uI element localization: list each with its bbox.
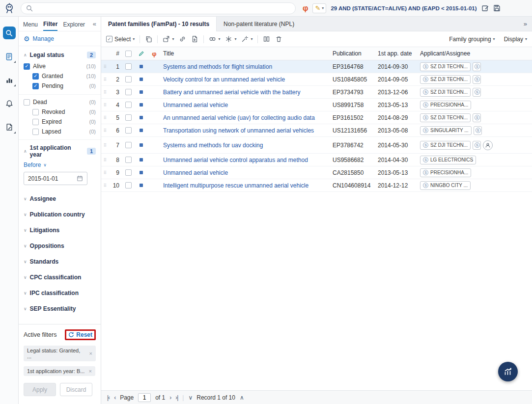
patent-title-link[interactable]: Battery and unmanned aerial vehicle with…: [163, 89, 301, 96]
checkbox-icon[interactable]: [32, 119, 39, 125]
next-record-icon[interactable]: ∧: [240, 394, 244, 401]
section-first-app-year[interactable]: ∧ 1st application year 1: [19, 139, 101, 161]
row-checkbox[interactable]: [125, 89, 132, 95]
edit-query-icon[interactable]: [481, 4, 489, 12]
result-row[interactable]: ⠿7Systems and methods for uav dockingEP3…: [101, 137, 532, 154]
patent-title-link[interactable]: Intelligent multipurpose rescue unmanned…: [163, 182, 308, 189]
result-row[interactable]: ⠿4Unmanned aerial vehicleUS89917582013-0…: [101, 99, 532, 111]
keywords-dropdown[interactable]: ▾: [225, 35, 236, 43]
patent-title-link[interactable]: Velocity control for an unmanned aerial …: [163, 76, 285, 83]
last-page-icon[interactable]: ›|: [175, 394, 178, 401]
patent-title-link[interactable]: Systems and methods for flight simulatio…: [163, 63, 272, 70]
save-query-icon[interactable]: [493, 4, 501, 12]
tab-filter[interactable]: Filter: [43, 17, 57, 31]
checkbox-icon[interactable]: ✓: [24, 63, 30, 70]
filter-section-collapsed[interactable]: ∨Oppositions: [19, 238, 101, 254]
filter-option-dead[interactable]: Dead(0): [19, 94, 101, 107]
search-bar[interactable]: [21, 2, 296, 14]
drag-handle-icon[interactable]: ⠿: [101, 115, 109, 120]
display-dropdown[interactable]: Display ▾: [504, 36, 527, 43]
filter-option-revoked[interactable]: Revoked(0): [19, 107, 101, 117]
select-all-checkbox[interactable]: [125, 51, 132, 57]
col-applicant[interactable]: Applicant/Assignee: [420, 50, 532, 57]
patent-title-link[interactable]: Unmanned aerial vehicle control apparatu…: [163, 157, 308, 163]
notes-column-icon[interactable]: [135, 51, 147, 57]
first-page-icon[interactable]: |‹: [107, 394, 110, 401]
remove-filter-icon[interactable]: ×: [89, 350, 92, 356]
result-row[interactable]: ⠿9Unmanned aerial vehicleCA28158502013-0…: [101, 166, 532, 179]
notebook-nav-icon[interactable]: [3, 50, 16, 63]
patent-title-link[interactable]: An unmanned aerial vehicle (uav) for col…: [163, 114, 315, 121]
drag-handle-icon[interactable]: ⠿: [101, 77, 109, 82]
chart-nav-icon[interactable]: [3, 74, 16, 86]
reset-button[interactable]: Reset: [68, 331, 92, 338]
row-checkbox[interactable]: [125, 114, 132, 121]
row-checkbox[interactable]: [125, 102, 132, 108]
filter-option-lapsed[interactable]: Lapsed(0): [19, 127, 101, 136]
assignee-chip-truncated[interactable]: S: [473, 88, 481, 97]
result-row[interactable]: ⠿6Transportation using network of unmann…: [101, 124, 532, 137]
collapse-sidebar-icon[interactable]: «: [93, 20, 96, 27]
result-row[interactable]: ⠿3Battery and unmanned aerial vehicle wi…: [101, 86, 532, 99]
patent-title-link[interactable]: Unmanned aerial vehicle: [163, 169, 228, 176]
assignee-chip-truncated[interactable]: S: [473, 75, 481, 84]
patent-title-link[interactable]: Unmanned aerial vehicle: [163, 102, 228, 108]
result-row[interactable]: ⠿5An unmanned aerial vehicle (uav) for c…: [101, 111, 532, 124]
search-nav-icon[interactable]: [3, 27, 16, 39]
copy-icon[interactable]: [145, 35, 152, 43]
tab-explorer[interactable]: Explorer: [63, 18, 85, 30]
checkbox-icon[interactable]: ✓: [32, 73, 39, 80]
result-row[interactable]: ⠿10Intelligent multipurpose rescue unman…: [101, 179, 532, 192]
assignee-chip[interactable]: SSZ DJI TECHN...: [420, 75, 471, 84]
filter-section-collapsed[interactable]: ∨SEP Essentiality: [19, 301, 101, 317]
result-row[interactable]: ⠿8Unmanned aerial vehicle control appara…: [101, 154, 532, 166]
delete-icon[interactable]: [275, 35, 282, 43]
col-title[interactable]: Title: [161, 50, 333, 57]
tab-npl[interactable]: Non-patent literature (NPL): [217, 17, 301, 31]
drag-handle-icon[interactable]: ⠿: [101, 64, 109, 69]
result-row[interactable]: ⠿2Velocity control for an unmanned aeria…: [101, 73, 532, 86]
checkbox-icon[interactable]: [32, 109, 39, 115]
tab-menu[interactable]: Menu: [23, 18, 38, 30]
select-dropdown[interactable]: ✓ Select ▾: [106, 36, 135, 43]
prev-page-icon[interactable]: ‹: [114, 394, 115, 401]
filter-section-collapsed[interactable]: ∨Litigations: [19, 222, 101, 238]
app-logo[interactable]: [0, 3, 19, 14]
filter-section-collapsed[interactable]: ∨Assignee: [19, 191, 101, 207]
drag-handle-icon[interactable]: ⠿: [101, 90, 109, 95]
patent-title-link[interactable]: Transportation using network of unmanned…: [163, 127, 314, 134]
drag-handle-icon[interactable]: ⠿: [101, 143, 109, 148]
page-input[interactable]: [138, 393, 151, 402]
pdf-download-icon[interactable]: [191, 35, 198, 43]
drag-handle-icon[interactable]: ⠿: [101, 183, 109, 188]
discard-button[interactable]: Discard: [60, 383, 92, 396]
filter-section-collapsed[interactable]: ∨CPC classification: [19, 269, 101, 285]
date-input[interactable]: [28, 175, 68, 182]
search-input[interactable]: [36, 5, 290, 12]
checkbox-icon[interactable]: [24, 99, 30, 106]
assignee-chip[interactable]: SSZ DJI TECHN...: [420, 141, 471, 150]
checkbox-icon[interactable]: ✓: [32, 83, 39, 89]
operator-dropdown[interactable]: Before ∨: [19, 161, 101, 172]
filter-section-collapsed[interactable]: ∨Publication country: [19, 207, 101, 222]
col-number[interactable]: #: [109, 50, 122, 57]
drag-handle-icon[interactable]: ⠿: [101, 128, 109, 133]
edit-query-dropdown[interactable]: ✎ ▾: [312, 3, 326, 13]
checkbox-icon[interactable]: [32, 129, 39, 135]
manage-button[interactable]: ⚙ Manage: [19, 31, 101, 46]
assignee-chip[interactable]: SSZ DJI TECHN...: [420, 113, 471, 122]
row-checkbox[interactable]: [125, 182, 132, 189]
family-grouping-dropdown[interactable]: Family grouping ▾: [449, 36, 495, 43]
date-field[interactable]: [24, 172, 87, 185]
export-dropdown[interactable]: ▾: [163, 35, 174, 43]
row-checkbox[interactable]: [125, 76, 132, 82]
result-row[interactable]: ⠿1Systems and methods for flight simulat…: [101, 60, 532, 73]
col-publication[interactable]: Publication: [333, 50, 378, 57]
row-checkbox[interactable]: [125, 157, 132, 163]
filter-section-collapsed[interactable]: ∨IPC classification: [19, 285, 101, 301]
assignee-chip[interactable]: SPRECISIONHA...: [420, 168, 471, 177]
filter-option-pending[interactable]: ✓Pending(0): [19, 81, 101, 91]
highlight-dropdown[interactable]: ▾: [241, 35, 252, 43]
assignee-chip[interactable]: SPRECISIONHA...: [420, 101, 471, 109]
row-checkbox[interactable]: [125, 63, 132, 70]
